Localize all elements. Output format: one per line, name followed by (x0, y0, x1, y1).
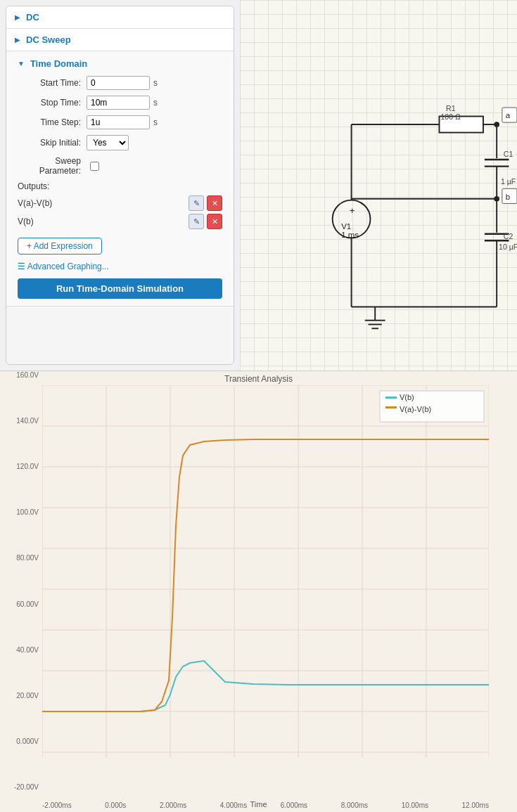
svg-text:1 µF: 1 µF (501, 177, 516, 186)
start-time-input[interactable] (87, 76, 150, 90)
svg-text:R1: R1 (446, 104, 456, 112)
stop-time-row: Stop Time: s (18, 96, 222, 110)
outputs-section: Outputs: V(a)-V(b) ✎ ✕ V(b) ✎ ✕ + Add Ex… (18, 181, 222, 299)
x-label-7: 12.00ms (462, 801, 489, 809)
vb-curve (42, 661, 489, 711)
chart-title: Transient Analysis (0, 371, 517, 387)
run-simulation-button[interactable]: Run Time-Domain Simulation (18, 278, 222, 299)
delete-output-1-button[interactable]: ✕ (207, 195, 222, 211)
chart-svg: V(b) V(a)-V(b) (42, 385, 489, 793)
outputs-label: Outputs: (18, 181, 222, 191)
y-label-5: 60.00V (16, 600, 39, 608)
start-time-row: Start Time: s (18, 76, 222, 90)
svg-text:C2: C2 (504, 232, 513, 240)
circuit-schematic: + V1 1 ms R1 100 Ω a (240, 0, 517, 370)
y-label-2: 120.0V (16, 463, 39, 470)
x-label-0: -2.000ms (42, 801, 72, 809)
time-domain-section: ▼ Time Domain Start Time: s Stop Time: s… (6, 51, 234, 307)
svg-rect-54 (385, 397, 397, 399)
y-label-4: 80.00V (16, 554, 39, 562)
svg-text:b: b (506, 193, 510, 201)
sweep-parameter-row: Sweep Parameter: (18, 156, 222, 176)
output-row-2: V(b) ✎ ✕ (18, 214, 222, 229)
sweep-parameter-checkbox[interactable] (90, 162, 99, 171)
time-step-input[interactable] (87, 115, 150, 129)
edit-output-1-button[interactable]: ✎ (189, 195, 204, 211)
y-axis-labels: 160.0V 140.0V 120.0V 100.0V 80.00V 60.00… (0, 371, 42, 791)
output-row-1: V(a)-V(b) ✎ ✕ (18, 195, 222, 211)
time-domain-arrow-icon: ▼ (18, 60, 25, 67)
start-time-unit: s (153, 78, 158, 88)
x-label-1: 0.000s (105, 801, 126, 809)
x-axis-title: Time (250, 800, 267, 808)
y-label-7: 20.00V (16, 692, 39, 700)
y-label-1: 140.0V (16, 417, 39, 425)
stop-time-unit: s (153, 98, 158, 108)
svg-text:+: + (350, 205, 355, 216)
schematic-area: + V1 1 ms R1 100 Ω a (240, 0, 517, 370)
svg-text:10 µF: 10 µF (499, 243, 517, 251)
v1-label: V1 (341, 222, 351, 231)
dc-arrow-icon: ▶ (15, 13, 20, 21)
dc-sweep-label: DC Sweep (26, 34, 71, 45)
svg-text:a: a (506, 111, 511, 120)
x-label-6: 10.00ms (402, 801, 428, 809)
v1-value: 1 ms (341, 231, 359, 239)
add-expression-button[interactable]: + Add Expression (18, 238, 102, 254)
chart-section: Transient Analysis 160.0V 140.0V 120.0V … (0, 370, 517, 812)
start-time-label: Start Time: (18, 78, 81, 88)
x-label-5: 8.000ms (341, 801, 368, 809)
dc-panel-item[interactable]: ▶ DC (6, 6, 234, 29)
time-domain-label: Time Domain (30, 58, 87, 69)
svg-text:100 Ω: 100 Ω (440, 112, 461, 121)
stop-time-input[interactable] (87, 96, 150, 110)
time-domain-header[interactable]: ▼ Time Domain (18, 58, 222, 69)
dc-sweep-arrow-icon: ▶ (15, 36, 20, 44)
x-label-2: 2.000ms (160, 801, 186, 809)
time-step-unit: s (153, 117, 158, 127)
output-expr-1: V(a)-V(b) (18, 198, 186, 208)
delete-output-2-button[interactable]: ✕ (207, 214, 222, 229)
y-label-0: 160.0V (16, 371, 39, 379)
skip-initial-label: Skip Initial: (18, 138, 81, 148)
dc-label: DC (26, 12, 39, 22)
sweep-parameter-label: Sweep Parameter: (18, 156, 81, 176)
y-label-8: 0.000V (16, 737, 39, 745)
x-label-3: 4.000ms (220, 801, 247, 809)
svg-text:V(a)-V(b): V(a)-V(b) (400, 405, 431, 413)
time-step-row: Time Step: s (18, 115, 222, 129)
stop-time-label: Stop Time: (18, 98, 81, 108)
y-label-9: -20.00V (14, 783, 39, 791)
time-step-label: Time Step: (18, 117, 81, 127)
output-expr-2: V(b) (18, 217, 186, 226)
svg-text:V(b): V(b) (400, 393, 414, 401)
dc-sweep-panel-item[interactable]: ▶ DC Sweep (6, 29, 234, 51)
y-label-6: 40.00V (16, 646, 39, 654)
svg-rect-56 (385, 406, 397, 408)
x-label-4: 6.000ms (281, 801, 307, 809)
y-label-3: 100.0V (16, 508, 39, 516)
svg-text:C1: C1 (504, 150, 513, 158)
edit-output-2-button[interactable]: ✎ (189, 214, 204, 229)
skip-initial-row: Skip Initial: Yes No (18, 135, 222, 150)
skip-initial-select[interactable]: Yes No (87, 135, 129, 150)
simulation-panel: ▶ DC ▶ DC Sweep ▼ Time Domain Start Time… (6, 6, 234, 365)
advanced-graphing-link[interactable]: ☰ Advanced Graphing... (18, 262, 222, 271)
